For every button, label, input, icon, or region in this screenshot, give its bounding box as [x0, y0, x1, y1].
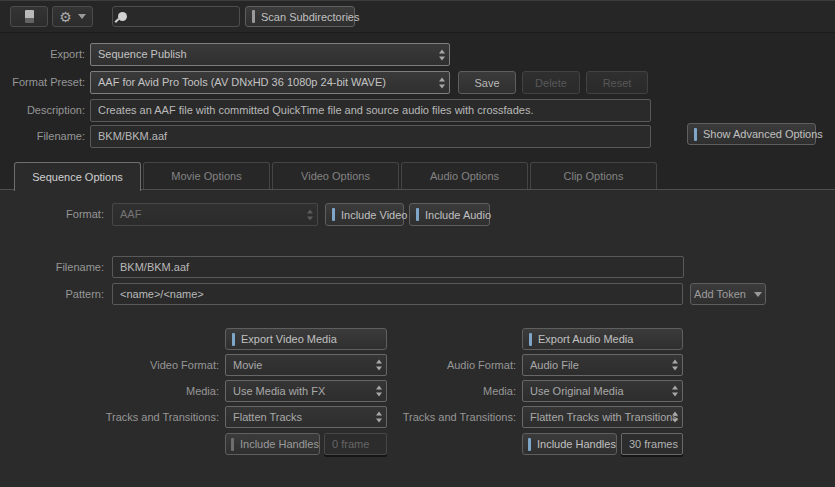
seq-pattern-label: Pattern: [0, 283, 104, 306]
spinner-arrows[interactable] [672, 360, 678, 371]
include-video-toggle[interactable]: Include Video [325, 203, 404, 226]
audio-include-handles-label: Include Handles [537, 438, 616, 450]
export-value: Sequence Publish [98, 48, 187, 60]
spinner-arrows[interactable] [376, 386, 382, 397]
spinner-arrows[interactable] [376, 412, 382, 423]
toggle-indicator [528, 438, 531, 451]
search-icon [118, 12, 127, 21]
seq-format-select: AAF [112, 203, 318, 226]
spinner-arrows [307, 209, 313, 220]
video-tracks-value: Flatten Tracks [233, 411, 302, 423]
audio-format-label: Audio Format: [396, 354, 516, 376]
toggle-indicator [332, 208, 335, 221]
bookmark-button[interactable] [10, 6, 48, 27]
tab-label: Clip Options [564, 170, 624, 182]
video-handles-field: 0 frame [324, 433, 387, 455]
tab-label: Sequence Options [32, 171, 123, 183]
video-format-label: Video Format: [0, 354, 219, 376]
spinner-arrows[interactable] [672, 412, 678, 423]
toggle-indicator [694, 128, 697, 141]
spinner-arrows[interactable] [439, 49, 445, 60]
seq-pattern-field[interactable]: <name>/<name> [112, 283, 683, 305]
include-audio-toggle[interactable]: Include Audio [409, 203, 490, 226]
toggle-indicator [416, 208, 419, 221]
toggle-indicator [252, 10, 255, 23]
video-media-label: Media: [0, 380, 219, 402]
tab-audio-options[interactable]: Audio Options [401, 162, 528, 189]
export-label: Export: [0, 43, 85, 66]
video-tracks-label: Tracks and Transitions: [0, 406, 219, 428]
toggle-indicator [232, 333, 235, 346]
description-label: Description: [0, 99, 85, 122]
add-token-button[interactable]: Add Token [690, 283, 766, 305]
audio-include-handles-toggle[interactable]: Include Handles [522, 433, 617, 455]
save-button[interactable]: Save [458, 71, 516, 94]
add-token-label: Add Token [694, 288, 746, 300]
video-include-handles-toggle[interactable]: Include Handles [225, 433, 320, 455]
audio-tracks-value: Flatten Tracks with Transitions [530, 411, 678, 423]
description-field[interactable]: Creates an AAF file with committed Quick… [90, 99, 651, 122]
show-advanced-options-label: Show Advanced Options [703, 128, 823, 140]
export-video-media-label: Export Video Media [241, 333, 337, 345]
tab-video-options[interactable]: Video Options [272, 162, 399, 189]
tab-label: Video Options [301, 170, 370, 182]
chevron-down-icon [78, 14, 86, 19]
audio-format-select[interactable]: Audio File [522, 354, 683, 376]
video-format-value: Movie [233, 359, 262, 371]
audio-media-value: Use Original Media [530, 385, 624, 397]
audio-media-select[interactable]: Use Original Media [522, 380, 683, 402]
tab-clip-options[interactable]: Clip Options [530, 162, 657, 189]
bookmark-icon [25, 10, 34, 23]
seq-format-label: Format: [0, 203, 104, 226]
scan-subdirectories-toggle[interactable]: Scan Subdirectories [245, 6, 355, 27]
seq-format-value: AAF [120, 208, 141, 220]
export-audio-media-label: Export Audio Media [538, 333, 633, 345]
reset-button: Reset [586, 71, 648, 94]
include-audio-label: Include Audio [425, 209, 491, 221]
toggle-indicator [231, 438, 234, 451]
audio-tracks-label: Tracks and Transitions: [396, 406, 516, 428]
tab-label: Movie Options [171, 170, 241, 182]
chevron-down-icon [754, 292, 762, 297]
include-video-label: Include Video [341, 209, 407, 221]
toggle-indicator [529, 333, 532, 346]
export-dialog: { "colors": { "accent_blue": "#7fa6c9", … [0, 0, 835, 487]
format-preset-label: Format Preset: [0, 71, 85, 94]
video-media-value: Use Media with FX [233, 385, 325, 397]
audio-media-label: Media: [396, 380, 516, 402]
tab-label: Audio Options [430, 170, 499, 182]
toolbar: ⚙ Scan Subdirectories [0, 0, 835, 33]
audio-format-value: Audio File [530, 359, 579, 371]
tab-panel [0, 189, 835, 487]
show-advanced-options-toggle[interactable]: Show Advanced Options [687, 123, 816, 145]
reset-label: Reset [603, 77, 632, 89]
spinner-arrows[interactable] [439, 77, 445, 88]
delete-button: Delete [522, 71, 580, 94]
video-include-handles-label: Include Handles [240, 438, 319, 450]
export-video-media-toggle[interactable]: Export Video Media [225, 328, 387, 350]
scan-subdirectories-label: Scan Subdirectories [261, 11, 359, 23]
video-media-select[interactable]: Use Media with FX [225, 380, 387, 402]
filename-label: Filename: [0, 125, 85, 148]
gear-icon: ⚙ [59, 10, 72, 24]
video-format-select[interactable]: Movie [225, 354, 387, 376]
delete-label: Delete [535, 77, 567, 89]
export-audio-media-toggle[interactable]: Export Audio Media [522, 328, 683, 350]
search-input[interactable] [132, 11, 234, 23]
seq-filename-field[interactable]: BKM/BKM.aaf [112, 256, 684, 278]
search-box [112, 6, 240, 27]
spinner-arrows[interactable] [376, 360, 382, 371]
settings-dropdown-button[interactable]: ⚙ [52, 6, 93, 27]
tab-movie-options[interactable]: Movie Options [143, 162, 270, 189]
export-select[interactable]: Sequence Publish [90, 43, 450, 66]
audio-handles-field[interactable]: 30 frames [621, 433, 683, 455]
audio-tracks-select[interactable]: Flatten Tracks with Transitions [522, 406, 683, 428]
save-label: Save [474, 77, 499, 89]
format-preset-select[interactable]: AAF for Avid Pro Tools (AV DNxHD 36 1080… [90, 71, 450, 94]
filename-field[interactable]: BKM/BKM.aaf [90, 125, 651, 148]
spinner-arrows[interactable] [672, 386, 678, 397]
format-preset-value: AAF for Avid Pro Tools (AV DNxHD 36 1080… [98, 76, 386, 88]
seq-filename-label: Filename: [0, 256, 104, 279]
video-tracks-select[interactable]: Flatten Tracks [225, 406, 387, 428]
tab-sequence-options[interactable]: Sequence Options [14, 162, 141, 191]
